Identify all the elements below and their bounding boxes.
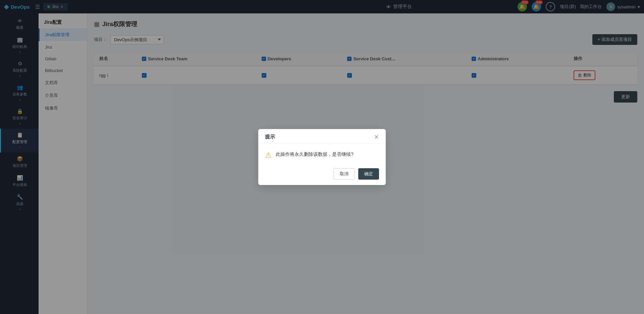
dialog-confirm-button[interactable]: 确定	[358, 168, 379, 180]
dialog-header: 提示 ✕	[258, 129, 386, 144]
main-layout: 👁 概要 🏢 组织机构 ▾ ⚙ 系统配置 ▾ 👥 业务参数 ▾ 🔒 安全审计 ▾…	[0, 13, 644, 314]
dialog-cancel-button[interactable]: 取消	[333, 168, 355, 180]
dialog-body: ⚠ 此操作将永久删除该数据，是否继续?	[258, 144, 386, 165]
dialog-footer: 取消 确定	[258, 165, 386, 185]
dialog-message: 此操作将永久删除该数据，是否继续?	[276, 150, 354, 158]
content-area: ▦ Jira权限管理 项目： DevOps示例项目 + 添加成员至项目 姓名	[87, 13, 644, 314]
confirm-dialog: 提示 ✕ ⚠ 此操作将永久删除该数据，是否继续? 取消 确定	[258, 129, 386, 185]
dialog-overlay: 提示 ✕ ⚠ 此操作将永久删除该数据，是否继续? 取消 确定	[87, 13, 644, 314]
dialog-title: 提示	[265, 134, 275, 140]
warning-icon: ⚠	[265, 151, 272, 160]
dialog-close-button[interactable]: ✕	[374, 134, 379, 140]
